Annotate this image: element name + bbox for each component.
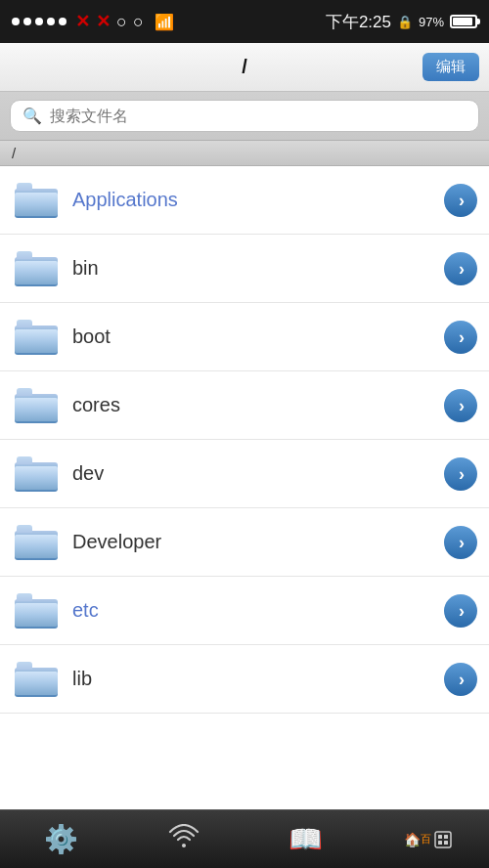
- chevron-button[interactable]: ›: [444, 321, 477, 354]
- battery-bar: [450, 15, 477, 28]
- wifi-icon: 📶: [155, 13, 174, 31]
- folder-shape: [15, 593, 58, 629]
- svg-rect-3: [438, 841, 442, 845]
- chevron-right-icon: ›: [459, 534, 465, 551]
- file-name: Developer: [72, 531, 444, 553]
- file-name: boot: [72, 326, 444, 348]
- nav-bar: / 编辑: [0, 43, 489, 92]
- folder-shape: [15, 251, 58, 286]
- folder-icon: [12, 247, 61, 290]
- battery-percent: 97%: [419, 15, 444, 29]
- folder-icon: [12, 316, 61, 359]
- chevron-button[interactable]: ›: [444, 663, 477, 696]
- time-display: 下午2:25: [326, 11, 391, 33]
- file-list: Applications › bin ›: [0, 166, 489, 714]
- signal-x1: ✕: [75, 11, 90, 32]
- chevron-button[interactable]: ›: [444, 526, 477, 559]
- folder-icon: [12, 453, 61, 496]
- folder-icon: [12, 589, 61, 632]
- status-bar: ✕ ✕ ○ ○ 📶 下午2:25 🔒 97%: [0, 0, 489, 43]
- signal-o2: ○: [133, 12, 144, 32]
- file-item[interactable]: Developer ›: [0, 508, 489, 577]
- chevron-right-icon: ›: [459, 192, 465, 209]
- file-item[interactable]: etc ›: [0, 577, 489, 645]
- folder-shape: [15, 662, 58, 697]
- folder-icon: [12, 384, 61, 427]
- tab-bar: ⚙️ 📖 🏠百: [0, 809, 489, 868]
- folder-tab: [17, 320, 32, 327]
- file-item[interactable]: dev ›: [0, 440, 489, 508]
- search-input-wrap: 🔍: [10, 100, 479, 132]
- chevron-right-icon: ›: [459, 328, 465, 346]
- tab-bookmarks[interactable]: 📖: [244, 823, 367, 855]
- folder-front: [15, 398, 58, 421]
- file-item[interactable]: lib ›: [0, 645, 489, 714]
- svg-rect-0: [435, 832, 451, 847]
- folder-front: [15, 261, 58, 284]
- folder-tab: [17, 525, 32, 533]
- folder-shape: [15, 320, 58, 355]
- search-input[interactable]: [50, 108, 467, 125]
- chevron-button[interactable]: ›: [444, 252, 477, 285]
- folder-front: [15, 535, 58, 558]
- chevron-button[interactable]: ›: [444, 457, 477, 491]
- folder-front: [15, 466, 58, 490]
- tab-home[interactable]: 🏠百: [367, 830, 489, 849]
- chevron-button[interactable]: ›: [444, 184, 477, 217]
- edit-button[interactable]: 编辑: [422, 53, 479, 81]
- svg-rect-2: [444, 835, 448, 839]
- breadcrumb: /: [0, 141, 489, 166]
- dot-4: [47, 18, 55, 25]
- file-item[interactable]: boot ›: [0, 303, 489, 371]
- svg-rect-1: [438, 835, 442, 839]
- file-name: etc: [72, 599, 444, 622]
- dot-3: [35, 18, 43, 25]
- lock-icon: 🔒: [397, 15, 413, 29]
- file-name: lib: [72, 668, 444, 690]
- folder-tab: [17, 388, 32, 396]
- folder-front: [15, 603, 58, 627]
- folder-shape: [15, 525, 58, 560]
- chevron-right-icon: ›: [459, 671, 465, 688]
- signal-dots: [12, 18, 67, 25]
- bookmarks-icon: 📖: [289, 823, 323, 855]
- folder-tab: [17, 456, 32, 464]
- folder-tab: [17, 593, 32, 601]
- status-right: 下午2:25 🔒 97%: [326, 11, 477, 33]
- chevron-right-icon: ›: [459, 465, 465, 483]
- signal-o1: ○: [116, 12, 127, 32]
- settings-icon: ⚙️: [44, 823, 78, 855]
- chevron-button[interactable]: ›: [444, 594, 477, 628]
- status-left: ✕ ✕ ○ ○ 📶: [12, 11, 174, 32]
- file-item[interactable]: Applications ›: [0, 166, 489, 235]
- search-bar: 🔍: [0, 92, 489, 141]
- chevron-button[interactable]: ›: [444, 389, 477, 422]
- dot-2: [23, 18, 31, 25]
- file-name: cores: [72, 394, 444, 416]
- file-name: dev: [72, 462, 444, 485]
- file-item[interactable]: cores ›: [0, 371, 489, 440]
- folder-front: [15, 193, 58, 216]
- folder-icon: [12, 179, 61, 222]
- dot-5: [59, 18, 67, 25]
- folder-front: [15, 329, 58, 353]
- folder-shape: [15, 183, 58, 218]
- tab-wifi[interactable]: [122, 824, 244, 855]
- file-item[interactable]: bin ›: [0, 235, 489, 303]
- folder-front: [15, 672, 58, 695]
- folder-icon: [12, 521, 61, 564]
- nav-title: /: [242, 56, 247, 78]
- home-icon: 🏠百: [404, 830, 453, 849]
- file-name: Applications: [72, 189, 444, 211]
- chevron-right-icon: ›: [459, 260, 465, 278]
- signal-x2: ✕: [96, 11, 111, 32]
- tab-settings[interactable]: ⚙️: [0, 823, 122, 855]
- search-icon: 🔍: [22, 107, 42, 125]
- battery-fill: [453, 18, 472, 25]
- folder-icon: [12, 658, 61, 701]
- chevron-right-icon: ›: [459, 397, 465, 414]
- folder-shape: [15, 456, 58, 492]
- folder-tab: [17, 251, 32, 259]
- folder-tab: [17, 662, 32, 670]
- folder-tab: [17, 183, 32, 191]
